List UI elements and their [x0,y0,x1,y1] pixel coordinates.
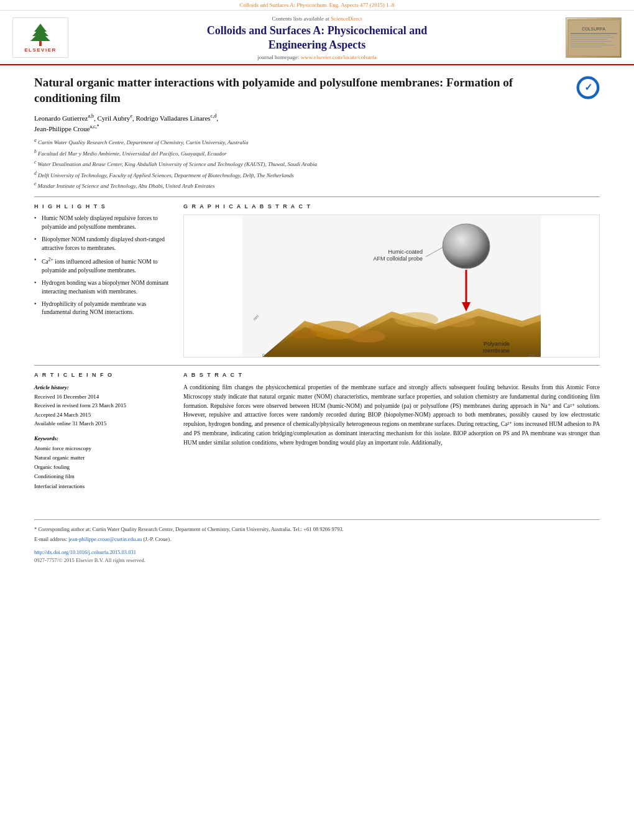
journal-meta-line: Colloids and Surfaces A: Physicochem. En… [0,0,634,11]
journal-header: ELSEVIER Contents lists available at Sci… [0,11,634,65]
svg-rect-11 [571,41,613,42]
article-title-text: Natural organic matter interactions with… [34,75,570,106]
svg-text:0: 0 [262,353,265,358]
available-date: Available online 31 March 2015 [34,419,171,428]
highlight-item-1: Humic NOM solely displayed repulsive for… [34,215,171,232]
article-info-col: A R T I C L E I N F O Article history: R… [34,372,171,491]
svg-point-28 [395,312,438,327]
keyword-1: Atomic force microscopy [34,444,171,453]
doi-section: http://dx.doi.org/10.1016/j.colsurfa.201… [0,548,634,565]
svg-text:✓: ✓ [584,82,592,93]
highlights-heading: H I G H L I G H T S [34,203,171,210]
footnote-star-note: * Corresponding author at: Curtin Water … [34,525,600,533]
highlights-col: H I G H L I G H T S Humic NOM solely dis… [34,203,171,358]
highlights-list: Humic NOM solely displayed repulsive for… [34,215,171,317]
divider-2 [34,365,600,366]
svg-rect-14 [571,47,602,47]
doi-link-line: http://dx.doi.org/10.1016/j.colsurfa.201… [34,548,600,557]
keywords-list: Atomic force microscopy Natural organic … [34,444,171,491]
footnote-section: * Corresponding author at: Curtin Water … [0,525,634,543]
elsevier-brand-text: ELSEVIER [24,47,57,53]
footer-divider [34,519,600,520]
journal-main-title: Colloids and Surfaces A: Physicochemical… [75,24,559,53]
svg-text:μm: μm [528,353,535,358]
svg-rect-13 [571,45,615,45]
svg-rect-8 [571,35,611,36]
science-direct-link[interactable]: ScienceDirect [331,16,362,22]
doi-link[interactable]: http://dx.doi.org/10.1016/j.colsurfa.201… [34,549,136,555]
article-content: Natural organic matter interactions with… [0,65,634,510]
highlight-item-2: Biopolymer NOM randomly displayed short-… [34,236,171,253]
svg-point-29 [348,330,385,343]
received-date: Received 16 December 2014 [34,392,171,401]
article-history: Article history: Received 16 December 20… [34,383,171,428]
journal-meta-text: Colloids and Surfaces A: Physicochem. En… [239,2,394,8]
footnote-email-suffix: (J.-P. Croue). [143,536,171,542]
highlights-graphical-section: H I G H L I G H T S Humic NOM solely dis… [34,203,600,358]
revised-date: Received in revised form 23 March 2015 [34,401,171,410]
science-direct-label: Contents lists available at [272,16,329,22]
keyword-5: Interfacial interactions [34,482,171,491]
science-direct-line: Contents lists available at ScienceDirec… [75,16,559,22]
svg-rect-7 [571,33,617,34]
article-title-block: Natural organic matter interactions with… [34,75,600,106]
elsevier-logo: ELSEVIER [12,17,68,58]
history-label: Article history: [34,383,171,392]
footnote-corresponding-text: * Corresponding author at: Curtin Water … [34,526,344,532]
keyword-2: Natural organic matter [34,453,171,463]
elsevier-tree-icon [22,22,59,47]
abstract-heading: A B S T R A C T [183,372,600,378]
corner-image-svg: COLSURFA [567,19,620,57]
abstract-col: A B S T R A C T A conditioning film chan… [183,372,600,491]
svg-rect-9 [571,37,614,38]
highlight-item-3: Ca2+ ions influenced adhesion of humic N… [34,256,171,275]
author-croue: Jean-Philippe Crouea,c,* [34,125,99,132]
keyword-4: Conditioning film [34,472,171,481]
homepage-link[interactable]: www.elsevier.com/locate/colsurfa [301,54,377,60]
article-title: Natural organic matter interactions with… [34,76,513,105]
affiliation-b: b Facultad del Mar y Medio Ambiente, Uni… [34,148,600,158]
svg-rect-12 [571,43,605,44]
abstract-text: A conditioning film changes the physicoc… [183,383,600,447]
highlight-item-4: Hydrogen bonding was a biopolymer NOM do… [34,279,171,297]
svg-point-31 [292,330,317,339]
affiliation-a: a Curtin Water Quality Research Centre, … [34,137,600,147]
footnote-email-line: E-mail address: jean-philippe.croue@curt… [34,535,600,543]
journal-homepage: journal homepage: www.elsevier.com/locat… [75,54,559,60]
graphical-abstract-col: G R A P H I C A L A B S T R A C T [183,203,600,358]
svg-text:COLSURFA: COLSURFA [582,27,605,31]
crossmark-badge: ✓ [576,76,600,99]
svg-point-30 [444,317,476,327]
author-gutierrez: Leonardo Gutierreza,b, Cyril Aubrye, Rod… [34,114,218,122]
article-info-section: A R T I C L E I N F O Article history: R… [34,372,600,491]
corner-journal-image: COLSURFA [566,17,622,58]
graphical-abstract-svg: Humic-coated AFM colloidal probe [184,215,599,358]
footnote-email-label: E-mail address: [34,536,67,542]
copyright-text: 0927-7757/© 2015 Elsevier B.V. All right… [34,556,600,565]
page: Colloids and Surfaces A: Physicochem. En… [0,0,634,840]
affiliation-d: d Delft University of Technology, Facult… [34,170,600,180]
journal-title-block: Contents lists available at ScienceDirec… [75,16,559,60]
journal-title-line1: Colloids and Surfaces A: Physicochemical… [207,24,428,37]
keywords-label: Keywords: [34,434,171,443]
footnote-email[interactable]: jean-philippe.croue@curtin.edu.au [68,536,142,542]
svg-text:membrane: membrane [483,348,510,354]
graphical-abstract-image: Humic-coated AFM colloidal probe [183,215,600,358]
keyword-3: Organic fouling [34,463,171,472]
authors-block: Leonardo Gutierreza,b, Cyril Aubrye, Rod… [34,113,600,134]
svg-text:Polyamide: Polyamide [484,341,510,347]
highlight-item-5: Hydrophilicity of polyamide membrane was… [34,300,171,318]
journal-title-line2: Engineering Aspects [269,39,366,51]
svg-point-19 [443,224,490,269]
divider-1 [34,196,600,197]
keywords-section: Keywords: Atomic force microscopy Natura… [34,434,171,491]
affiliation-e: e Masdar Institute of Science and Techno… [34,180,600,190]
homepage-label: journal homepage: [257,54,299,60]
affiliations-block: a Curtin Water Quality Research Centre, … [34,137,600,190]
accepted-date: Accepted 24 March 2015 [34,410,171,419]
svg-text:AFM colloidal probe: AFM colloidal probe [373,256,423,262]
svg-rect-10 [571,39,608,40]
affiliation-c: c Water Desalination and Reuse Center, K… [34,159,600,168]
article-info-heading: A R T I C L E I N F O [34,372,171,378]
graphical-abstract-heading: G R A P H I C A L A B S T R A C T [183,203,600,210]
